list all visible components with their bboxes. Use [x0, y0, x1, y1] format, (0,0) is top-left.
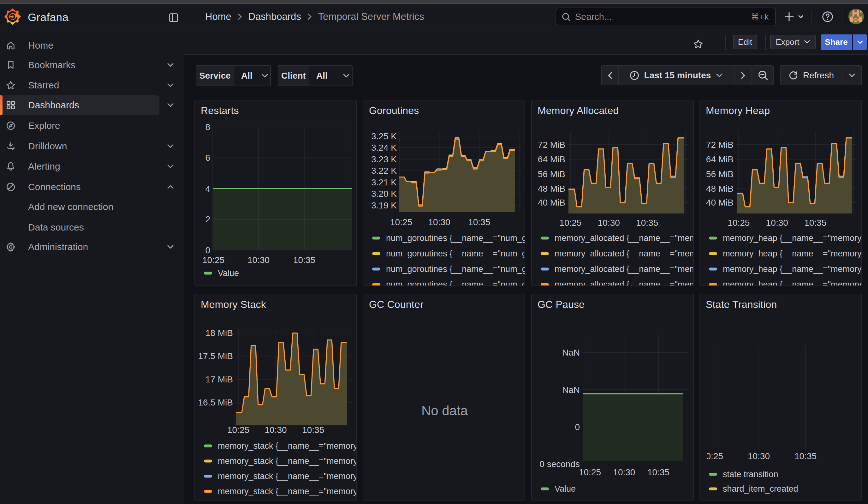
svg-text:72 MiB: 72 MiB [538, 140, 565, 150]
svg-text:10:35: 10:35 [647, 467, 670, 477]
svg-text:num_goroutines {__name__="num_: num_goroutines {__name__="num_go [386, 264, 525, 274]
svg-text:num_goroutines {__name__="num_: num_goroutines {__name__="num_go [386, 249, 525, 258]
svg-text:56 MiB: 56 MiB [706, 169, 734, 179]
svg-text:3.24 K: 3.24 K [371, 143, 397, 153]
svg-text:40 MiB: 40 MiB [538, 198, 565, 207]
svg-text:4: 4 [205, 184, 210, 194]
svg-text:10:30: 10:30 [748, 451, 770, 461]
svg-text:0: 0 [205, 245, 210, 255]
svg-text:40 MiB: 40 MiB [706, 198, 734, 207]
svg-text:10:30: 10:30 [598, 218, 620, 228]
svg-text:num_goroutines {__name__="num_: num_goroutines {__name__="num_go [386, 233, 525, 243]
svg-text:10:30: 10:30 [247, 255, 270, 265]
svg-text:10:25: 10:25 [227, 425, 249, 435]
svg-text:shard_item_created: shard_item_created [723, 484, 798, 494]
svg-text:10:25: 10:25 [390, 217, 412, 227]
svg-text:56 MiB: 56 MiB [538, 169, 565, 179]
svg-text:memory_allocated {__name__="me: memory_allocated {__name__="memo [555, 280, 694, 286]
svg-text:3.20 K: 3.20 K [371, 189, 397, 199]
svg-text:3.23 K: 3.23 K [371, 154, 397, 164]
svg-text:state transition: state transition [723, 470, 778, 479]
svg-text:6: 6 [205, 153, 210, 163]
svg-text:Value: Value [555, 484, 576, 494]
svg-text:10:35: 10:35 [636, 218, 658, 228]
svg-text:8: 8 [205, 122, 210, 132]
svg-text:10:35: 10:35 [804, 218, 826, 228]
svg-text:72 MiB: 72 MiB [706, 140, 734, 150]
svg-text:memory_heap {__name__="memory_: memory_heap {__name__="memory_h [723, 249, 862, 258]
svg-text:2: 2 [205, 214, 210, 224]
svg-text:memory_heap {__name__="memory_: memory_heap {__name__="memory_h [723, 233, 862, 243]
svg-text:10:30: 10:30 [613, 467, 635, 477]
svg-text:memory_stack {__name__="memory: memory_stack {__name__="memory_s [218, 456, 357, 466]
svg-text:17.5 MiB: 17.5 MiB [198, 351, 233, 361]
svg-text:memory_allocated {__name__="me: memory_allocated {__name__="memo [555, 264, 694, 274]
svg-text:18 MiB: 18 MiB [206, 328, 233, 338]
svg-text:memory_heap {__name__="memory_: memory_heap {__name__="memory_h [723, 280, 862, 286]
svg-text:10:30: 10:30 [428, 217, 451, 227]
svg-text:48 MiB: 48 MiB [538, 184, 565, 194]
svg-text:10:25: 10:25 [579, 467, 601, 477]
svg-text:num_goroutines {__name__="num_: num_goroutines {__name__="num_go [386, 280, 525, 286]
svg-text:10:35: 10:35 [302, 425, 324, 435]
svg-text:memory_stack {__name__="memory: memory_stack {__name__="memory_s [218, 441, 357, 451]
svg-text:No data: No data [421, 403, 468, 418]
svg-text:17 MiB: 17 MiB [206, 374, 233, 384]
svg-text:10:35: 10:35 [794, 451, 817, 461]
svg-text:Value: Value [218, 268, 239, 278]
svg-text:NaN: NaN [562, 385, 580, 395]
svg-text:3.25 K: 3.25 K [371, 131, 397, 141]
svg-text:10:25: 10:25 [727, 218, 750, 228]
svg-text:16.5 MiB: 16.5 MiB [198, 398, 233, 407]
svg-text:memory_allocated {__name__="me: memory_allocated {__name__="memo [555, 233, 694, 243]
svg-text:3.19 K: 3.19 K [371, 200, 397, 210]
svg-text:64 MiB: 64 MiB [706, 154, 734, 164]
svg-text:48 MiB: 48 MiB [706, 184, 734, 194]
svg-text:memory_stack {__name__="memory: memory_stack {__name__="memory_s [218, 472, 357, 481]
svg-text:0 seconds: 0 seconds [539, 459, 580, 469]
svg-text:memory_stack {__name__="memory: memory_stack {__name__="memory_s [218, 487, 357, 496]
svg-text:64 MiB: 64 MiB [538, 154, 565, 164]
svg-text:10:25: 10:25 [559, 218, 581, 228]
svg-text:10:35: 10:35 [468, 217, 490, 227]
svg-text:10:25: 10:25 [202, 255, 225, 265]
svg-text:0: 0 [575, 422, 580, 432]
svg-text:10:25: 10:25 [701, 451, 723, 461]
svg-text:3.21 K: 3.21 K [371, 177, 397, 187]
svg-text:3.22 K: 3.22 K [371, 166, 397, 176]
svg-text:10:30: 10:30 [766, 218, 788, 228]
svg-text:memory_allocated {__name__="me: memory_allocated {__name__="memo [555, 249, 694, 258]
svg-text:10:30: 10:30 [265, 425, 287, 435]
svg-text:10:35: 10:35 [293, 255, 315, 265]
svg-text:memory_heap {__name__="memory_: memory_heap {__name__="memory_h [723, 264, 862, 274]
svg-text:NaN: NaN [562, 348, 580, 358]
